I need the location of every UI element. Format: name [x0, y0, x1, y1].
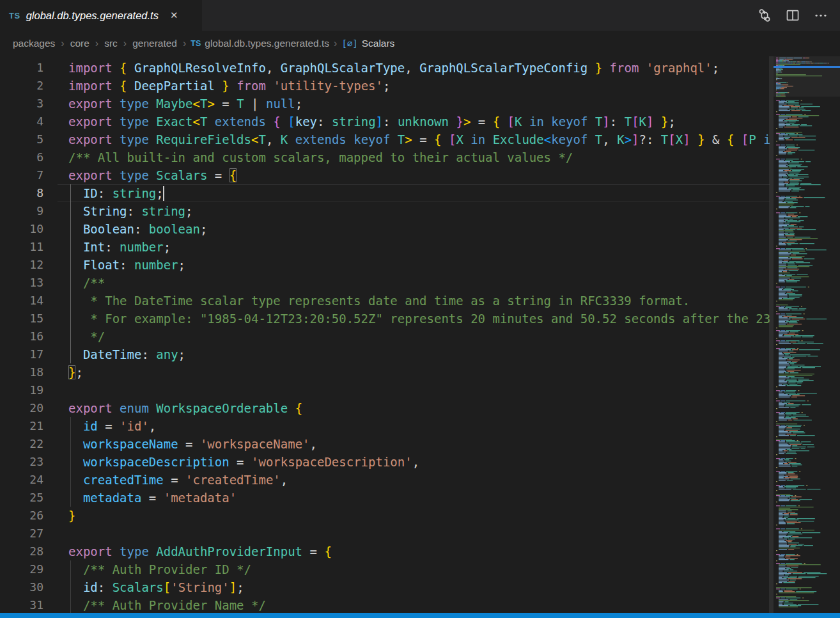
- code-line: 28export type AddAuthProviderInput = {: [0, 543, 770, 560]
- code-line: 13 /**: [0, 274, 770, 292]
- line-number[interactable]: 8: [0, 184, 43, 202]
- code-line: 31 /** Auth Provider Name */: [0, 596, 770, 613]
- line-number[interactable]: 26: [0, 507, 43, 525]
- line-number[interactable]: 31: [0, 596, 43, 613]
- line-number[interactable]: 5: [0, 131, 43, 148]
- code-line: 27: [0, 525, 770, 543]
- vscode-window: TS global.db.types.generated.ts ✕: [0, 0, 840, 618]
- line-number[interactable]: 12: [0, 256, 43, 274]
- line-number[interactable]: 30: [0, 578, 43, 596]
- compare-changes-icon[interactable]: [756, 6, 774, 24]
- more-actions-icon[interactable]: [812, 6, 830, 24]
- line-number[interactable]: 1: [0, 59, 43, 77]
- line-number[interactable]: 14: [0, 292, 43, 310]
- chevron-right-icon: ›: [332, 38, 339, 49]
- code-line: 30 id: Scalars['String'];: [0, 578, 770, 596]
- line-number[interactable]: 20: [0, 399, 43, 417]
- line-number[interactable]: 16: [0, 328, 43, 345]
- line-number[interactable]: 3: [0, 95, 43, 113]
- close-icon[interactable]: ✕: [168, 8, 180, 22]
- chevron-right-icon: ›: [181, 38, 188, 49]
- code-line: 24 createdTime = 'createdTime',: [0, 471, 770, 489]
- code-text: };: [68, 363, 770, 381]
- code-text: Int: number;: [68, 238, 770, 256]
- code-text: metadata = 'metadata': [68, 489, 770, 507]
- code-line: 15 * For example: "1985-04-12T23:20:50.5…: [0, 310, 770, 328]
- code-line: 12 Float: number;: [0, 256, 770, 274]
- code-text: }: [68, 507, 770, 525]
- code-text: workspaceName = 'workspaceName',: [68, 435, 770, 453]
- code-line: 11 Int: number;: [0, 238, 770, 256]
- line-number[interactable]: 21: [0, 417, 43, 435]
- minimap[interactable]: [774, 56, 840, 613]
- line-number[interactable]: 28: [0, 543, 43, 560]
- code-line: 22 workspaceName = 'workspaceName',: [0, 435, 770, 453]
- line-number[interactable]: 19: [0, 381, 43, 399]
- code-line: 29 /** Auth Provider ID */: [0, 560, 770, 578]
- code-line: 21 id = 'id',: [0, 417, 770, 435]
- line-number[interactable]: 15: [0, 310, 43, 328]
- code-line: 9 String: string;: [0, 202, 770, 220]
- status-bar: [0, 613, 840, 618]
- line-number[interactable]: 25: [0, 489, 43, 507]
- code-text: export type RequireFields<T, K extends k…: [68, 131, 770, 148]
- code-text: * For example: "1985-04-12T23:20:50.52Z"…: [68, 310, 770, 328]
- code-text: [68, 525, 770, 543]
- code-line: 2import { DeepPartial } from 'utility-ty…: [0, 77, 770, 95]
- line-number[interactable]: 22: [0, 435, 43, 453]
- code-line: 3export type Maybe<T> = T | null;: [0, 95, 770, 113]
- line-number[interactable]: 7: [0, 166, 43, 184]
- line-number[interactable]: 18: [0, 363, 43, 381]
- line-number[interactable]: 10: [0, 220, 43, 238]
- line-number[interactable]: 23: [0, 453, 43, 471]
- code-text: export type Scalars = {: [68, 166, 770, 184]
- line-number[interactable]: 6: [0, 148, 43, 166]
- code-text: export enum WorkspaceOrderable {: [68, 399, 770, 417]
- code-line: 7export type Scalars = {: [0, 166, 770, 184]
- symbol-type-icon: [∅]: [341, 38, 357, 49]
- breadcrumb-item-symbol[interactable]: [∅] Scalars: [341, 38, 394, 49]
- line-number[interactable]: 27: [0, 525, 43, 543]
- text-cursor: [163, 186, 164, 201]
- code-text: export type Maybe<T> = T | null;: [68, 95, 770, 113]
- line-number[interactable]: 2: [0, 77, 43, 95]
- chevron-right-icon: ›: [93, 38, 100, 49]
- code-text: import { GraphQLResolveInfo, GraphQLScal…: [68, 59, 770, 77]
- editor-actions: [756, 0, 840, 31]
- line-number[interactable]: 13: [0, 274, 43, 292]
- code-text: DateTime: any;: [68, 345, 770, 363]
- code-line: 18};: [0, 363, 770, 381]
- tab-global-db-types-generated-ts[interactable]: TS global.db.types.generated.ts ✕: [0, 0, 202, 31]
- line-number[interactable]: 4: [0, 113, 43, 131]
- code-text: export type AddAuthProviderInput = {: [68, 543, 770, 560]
- line-number[interactable]: 29: [0, 560, 43, 578]
- code-line: 20export enum WorkspaceOrderable {: [0, 399, 770, 417]
- code-text: /** Auth Provider Name */: [68, 596, 770, 613]
- breadcrumb-item-file[interactable]: TS global.db.types.generated.ts: [191, 38, 329, 49]
- code-text: id = 'id',: [68, 417, 770, 435]
- code-text: id: Scalars['String'];: [68, 578, 770, 596]
- breadcrumb-item-packages[interactable]: packages: [12, 37, 56, 50]
- line-number[interactable]: 11: [0, 238, 43, 256]
- code-line: 10 Boolean: boolean;: [0, 220, 770, 238]
- breadcrumb-item-core[interactable]: core: [69, 37, 91, 50]
- code-text: export type Exact<T extends { [key: stri…: [68, 113, 770, 131]
- chevron-right-icon: ›: [121, 38, 128, 49]
- code-editor[interactable]: 1import { GraphQLResolveInfo, GraphQLSca…: [0, 56, 840, 613]
- split-editor-icon[interactable]: [784, 6, 802, 24]
- breadcrumb-item-src[interactable]: src: [103, 37, 119, 50]
- line-number[interactable]: 17: [0, 345, 43, 363]
- code-text: createdTime = 'createdTime',: [68, 471, 770, 489]
- code-text: Boolean: boolean;: [68, 220, 770, 238]
- line-number[interactable]: 9: [0, 202, 43, 220]
- code-line: 6/** All built-in and custom scalars, ma…: [0, 148, 770, 166]
- code-text: /** All built-in and custom scalars, map…: [68, 148, 770, 166]
- code-line: 8 ID: string;: [0, 184, 770, 202]
- typescript-file-icon: TS: [191, 39, 201, 48]
- code-line: 23 workspaceDescription = 'workspaceDesc…: [0, 453, 770, 471]
- breadcrumb-item-generated[interactable]: generated: [131, 37, 178, 50]
- code-lines[interactable]: 1import { GraphQLResolveInfo, GraphQLSca…: [0, 56, 770, 613]
- code-text: [68, 381, 770, 399]
- vertical-scrollbar[interactable]: [769, 56, 774, 613]
- line-number[interactable]: 24: [0, 471, 43, 489]
